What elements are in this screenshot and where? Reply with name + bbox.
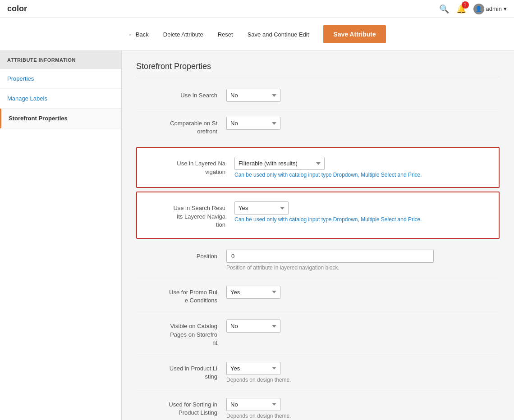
field-sorting-product-listing: Used for Sorting inProduct Listing No Ye… [136, 391, 500, 420]
select-visible-catalog-pages[interactable]: No Yes [226, 320, 280, 333]
select-promo-conditions[interactable]: No Yes [226, 286, 280, 299]
hint-layered-nav: Can be used only with catalog input type… [234, 172, 491, 178]
action-bar: ← Back Delete Attribute Reset Save and C… [0, 18, 514, 51]
sidebar-item-manage-labels[interactable]: Manage Labels [0, 89, 121, 109]
action-bar-inner: ← Back Delete Attribute Reset Save and C… [128, 25, 386, 43]
hint-position: Position of attribute in layered navigat… [226, 265, 500, 271]
label-product-listing: Used in Product Listing [136, 362, 226, 381]
save-attribute-button[interactable]: Save Attribute [323, 25, 386, 43]
highlighted-row-search-results-nav: Use in Search Results Layered Navigation… [136, 192, 500, 239]
field-search-results-nav-input: No Yes Can be used only with catalog inp… [234, 201, 491, 223]
label-search-results-nav: Use in Search Results Layered Navigation [144, 201, 234, 229]
label-visible-catalog-pages: Visible on CatalogPages on Storefront [136, 320, 226, 347]
input-position[interactable] [226, 250, 434, 263]
field-visible-catalog-pages-input: No Yes [226, 320, 500, 333]
select-use-in-search[interactable]: No Yes [226, 89, 280, 102]
delete-attribute-button[interactable]: Delete Attribute [163, 31, 203, 38]
label-promo-conditions: Use for Promo Rule Conditions [136, 286, 226, 305]
field-layered-nav-input: No Filterable (with results) Filterable … [234, 157, 491, 178]
label-sorting-product-listing: Used for Sorting inProduct Listing [136, 398, 226, 417]
label-position: Position [136, 250, 226, 260]
main-layout: Attribute Information Properties Manage … [0, 51, 514, 420]
top-nav-right: 🔍 🔔 1 👤 admin ▾ [439, 4, 507, 14]
hint-sorting-product-listing: Depends on design theme. [226, 413, 500, 419]
field-use-in-search-input: No Yes [226, 89, 500, 102]
notification-badge: 1 [462, 1, 469, 9]
select-sorting-product-listing[interactable]: No Yes [226, 398, 280, 411]
select-product-listing[interactable]: No Yes [226, 362, 280, 375]
section-title: Storefront Properties [136, 62, 500, 76]
sidebar-item-properties[interactable]: Properties [0, 69, 121, 89]
field-visible-catalog-pages: Visible on CatalogPages on Storefront No… [136, 312, 500, 355]
field-layered-nav: Use in Layered Navigation No Filterable … [144, 153, 491, 182]
field-product-listing-input: No Yes Depends on design theme. [226, 362, 500, 383]
field-product-listing: Used in Product Listing No Yes Depends o… [136, 355, 500, 391]
sidebar-header: Attribute Information [0, 51, 121, 69]
field-comparable-storefront-input: No Yes [226, 117, 500, 130]
top-nav: color 🔍 🔔 1 👤 admin ▾ [0, 0, 514, 18]
hint-product-listing: Depends on design theme. [226, 377, 500, 383]
field-sorting-product-listing-input: No Yes Depends on design theme. [226, 398, 500, 419]
back-button[interactable]: ← Back [128, 31, 149, 38]
field-search-results-nav: Use in Search Results Layered Navigation… [144, 198, 491, 233]
logo: color [7, 4, 27, 14]
sidebar: Attribute Information Properties Manage … [0, 51, 122, 420]
select-comparable-storefront[interactable]: No Yes [226, 117, 280, 130]
notifications-bell[interactable]: 🔔 1 [456, 4, 466, 14]
highlighted-row-layered-nav: Use in Layered Navigation No Filterable … [136, 147, 500, 188]
search-icon[interactable]: 🔍 [439, 4, 449, 14]
field-promo-conditions: Use for Promo Rule Conditions No Yes [136, 278, 500, 312]
save-continue-button[interactable]: Save and Continue Edit [248, 31, 309, 38]
field-position-input: Position of attribute in layered navigat… [226, 250, 500, 271]
content-area: Storefront Properties Use in Search No Y… [122, 51, 514, 420]
chevron-down-icon: ▾ [504, 5, 507, 12]
label-comparable-storefront: Comparable on Storefront [136, 117, 226, 136]
field-comparable-storefront: Comparable on Storefront No Yes [136, 110, 500, 143]
label-layered-nav: Use in Layered Navigation [144, 157, 234, 176]
admin-menu[interactable]: 👤 admin ▾ [473, 4, 507, 14]
field-position: Position Position of attribute in layere… [136, 242, 500, 278]
field-promo-conditions-input: No Yes [226, 286, 500, 299]
admin-label: admin [486, 5, 502, 12]
select-layered-nav[interactable]: No Filterable (with results) Filterable … [234, 157, 325, 170]
reset-button[interactable]: Reset [218, 31, 233, 38]
sidebar-item-storefront-properties[interactable]: Storefront Properties [0, 109, 121, 128]
field-use-in-search: Use in Search No Yes [136, 82, 500, 110]
hint-search-results-nav: Can be used only with catalog input type… [234, 216, 491, 223]
select-search-results-nav[interactable]: No Yes [234, 201, 289, 215]
avatar: 👤 [473, 4, 484, 14]
label-use-in-search: Use in Search [136, 89, 226, 100]
